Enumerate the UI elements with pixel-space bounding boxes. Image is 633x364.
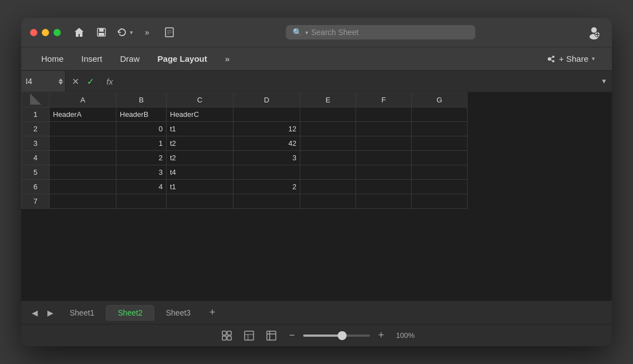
share-dropdown-icon[interactable]: ▾ [592,55,595,62]
table-cell[interactable]: 2 [116,151,167,165]
table-cell[interactable] [300,194,356,209]
undo-icon[interactable] [115,24,129,41]
table-cell[interactable]: 3 [233,151,300,165]
cell-reference[interactable]: I4 [21,71,66,92]
row-header-2[interactable]: 2 [22,122,50,136]
table-cell[interactable] [412,136,468,151]
col-header-d[interactable]: D [233,93,300,107]
table-cell[interactable] [300,136,356,151]
row-header-3[interactable]: 3 [22,136,50,151]
table-cell[interactable] [300,151,356,165]
sheet-tab-sheet2[interactable]: Sheet2 [106,305,154,321]
user-avatar[interactable] [585,23,603,41]
table-cell[interactable] [412,180,468,194]
table-cell[interactable] [50,165,116,180]
maximize-button[interactable] [53,29,61,36]
table-cell[interactable]: 0 [116,122,167,136]
col-header-a[interactable]: A [50,93,116,107]
table-cell[interactable] [412,165,468,180]
sheet-tab-sheet3[interactable]: Sheet3 [154,305,202,321]
table-cell[interactable]: 2 [233,180,300,194]
tab-next-button[interactable]: ▶ [42,305,58,321]
search-bar[interactable]: 🔍 ▾ Search Sheet [286,25,475,40]
cancel-formula-button[interactable]: ✕ [69,75,82,88]
table-cell[interactable]: 42 [233,136,300,151]
table-cell[interactable]: HeaderC [167,107,233,122]
menu-more-icon[interactable]: » [216,51,238,67]
table-cell[interactable] [356,151,412,165]
table-cell[interactable] [116,194,167,209]
table-cell[interactable] [50,194,116,209]
menu-page-layout[interactable]: Page Layout [149,51,216,67]
table-cell[interactable] [233,107,300,122]
table-cell[interactable] [233,165,300,180]
table-cell[interactable] [356,136,412,151]
table-cell[interactable] [356,180,412,194]
table-cell[interactable]: t1 [167,122,233,136]
confirm-formula-button[interactable]: ✓ [84,75,97,88]
add-sheet-button[interactable]: + [204,305,220,321]
table-cell[interactable] [412,122,468,136]
table-cell[interactable]: HeaderA [50,107,116,122]
zoom-slider[interactable] [303,335,370,337]
grid-container[interactable]: A B C D E F G 1HeaderAHeaderBHeaderC20t1… [21,92,612,301]
table-cell[interactable] [50,180,116,194]
table-cell[interactable] [412,194,468,209]
table-cell[interactable]: 3 [116,165,167,180]
zoom-out-button[interactable]: − [285,329,299,342]
table-cell[interactable] [356,165,412,180]
close-button[interactable] [30,29,37,36]
redo-icon[interactable]: » [139,24,155,41]
file-icon[interactable] [161,24,178,41]
table-cell[interactable]: t2 [167,151,233,165]
table-cell[interactable]: t2 [167,136,233,151]
table-cell[interactable] [356,107,412,122]
sheet-tab-sheet1[interactable]: Sheet1 [58,305,106,321]
table-cell[interactable]: t4 [167,165,233,180]
layout-view-icon[interactable] [241,327,257,344]
table-cell[interactable] [300,165,356,180]
formula-input[interactable] [119,77,596,86]
col-header-g[interactable]: G [412,93,468,107]
row-header-4[interactable]: 4 [22,151,50,165]
col-header-e[interactable]: E [300,93,356,107]
table-cell[interactable] [356,194,412,209]
table-cell[interactable] [412,107,468,122]
row-header-6[interactable]: 6 [22,180,50,194]
freeze-view-icon[interactable] [263,327,280,344]
grid-view-icon[interactable] [218,327,235,344]
table-cell[interactable] [300,122,356,136]
menu-insert[interactable]: Insert [72,51,111,67]
table-cell[interactable] [50,122,116,136]
minimize-button[interactable] [42,29,49,36]
undo-dropdown-icon[interactable]: ▾ [130,29,133,36]
col-header-f[interactable]: F [356,93,412,107]
tab-prev-button[interactable]: ◀ [27,305,42,321]
search-dropdown-icon[interactable]: ▾ [305,29,308,36]
table-cell[interactable] [50,136,116,151]
menu-home[interactable]: Home [32,51,72,67]
table-cell[interactable] [233,194,300,209]
table-cell[interactable]: t1 [167,180,233,194]
save-icon[interactable] [93,24,110,41]
menu-draw[interactable]: Draw [111,51,149,67]
table-cell[interactable] [356,122,412,136]
zoom-in-button[interactable]: + [374,329,388,342]
share-button[interactable]: + Share ▾ [540,51,601,67]
table-cell[interactable] [300,107,356,122]
table-cell[interactable]: HeaderB [116,107,167,122]
table-cell[interactable] [412,151,468,165]
row-header-7[interactable]: 7 [22,194,50,209]
home-icon[interactable] [71,24,87,41]
table-cell[interactable] [167,194,233,209]
col-header-c[interactable]: C [167,93,233,107]
table-cell[interactable]: 4 [116,180,167,194]
formula-dropdown-icon[interactable]: ▼ [596,77,612,85]
row-header-1[interactable]: 1 [22,107,50,122]
col-header-b[interactable]: B [116,93,167,107]
table-cell[interactable]: 1 [116,136,167,151]
table-cell[interactable]: 12 [233,122,300,136]
table-cell[interactable] [300,180,356,194]
row-header-5[interactable]: 5 [22,165,50,180]
table-cell[interactable] [50,151,116,165]
